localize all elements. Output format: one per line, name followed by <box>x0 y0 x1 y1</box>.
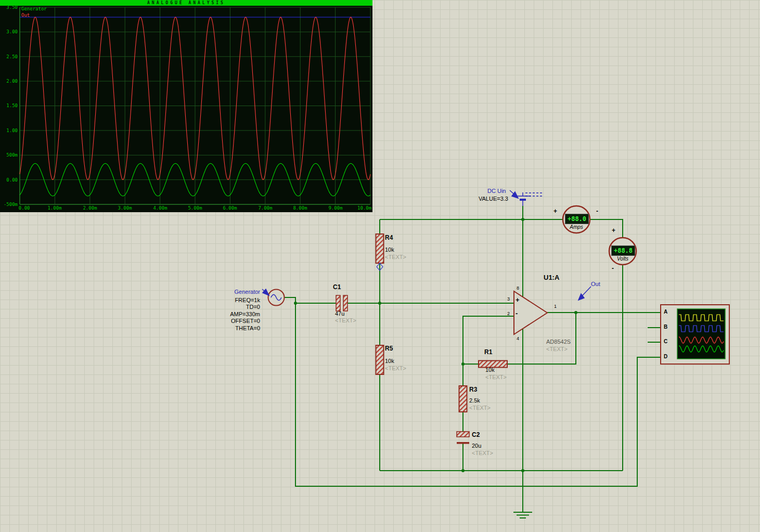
y-tick: 1.00 <box>0 128 18 133</box>
voltmeter-unit: Volts <box>611 256 634 262</box>
r3-ref[interactable]: R3 <box>469 386 477 393</box>
x-tick: 6.00m <box>223 205 237 211</box>
y-tick: 0.00 <box>0 177 18 183</box>
c2-ref[interactable]: C2 <box>472 432 480 438</box>
r4-text[interactable]: <TEXT> <box>385 254 406 260</box>
legend-generator: Generator <box>21 6 47 12</box>
trace <box>679 346 724 352</box>
junction <box>294 302 297 305</box>
x-tick: 0.00 <box>19 205 30 211</box>
graph-titlebar[interactable]: ANALOGUE ANALYSIS <box>0 0 372 6</box>
x-tick: 4.00m <box>153 205 167 211</box>
voltmeter-display: +88.8 <box>611 245 635 256</box>
r3-text[interactable]: <TEXT> <box>469 405 491 411</box>
scope-channel-d: D <box>664 354 667 359</box>
r4-value[interactable]: 10k <box>385 246 394 253</box>
opamp-pin8: 8 <box>517 285 519 291</box>
trace <box>679 315 724 321</box>
opamp-ref[interactable]: U1:A <box>544 275 559 281</box>
generator-prop[interactable]: AMP=330m <box>198 311 260 317</box>
c2-value[interactable]: 20u <box>472 443 481 449</box>
ammeter-display: +88.0 <box>565 214 589 224</box>
resistor-r5[interactable] <box>376 345 384 374</box>
opamp-pin1: 1 <box>554 303 557 309</box>
wire-feedback[interactable] <box>463 313 661 471</box>
scope-channel-c: C <box>664 339 667 344</box>
y-tick: 2.00 <box>0 79 18 84</box>
x-tick: 5.00m <box>188 205 202 211</box>
legend-out: Out <box>21 12 30 18</box>
trace <box>679 326 724 332</box>
junction <box>521 469 524 472</box>
dc-uin-value[interactable]: VALUE=3.3 <box>479 196 508 202</box>
voltmeter-plus: + <box>612 227 615 233</box>
opamp-pin4: 4 <box>517 335 519 342</box>
ground-symbol[interactable] <box>513 512 532 518</box>
y-tick: 1.50 <box>0 103 18 108</box>
resistor-r4[interactable] <box>376 234 384 263</box>
junction <box>461 362 465 366</box>
capacitor-c1[interactable] <box>336 295 347 311</box>
analysis-plot <box>0 0 372 212</box>
junction <box>378 302 381 305</box>
generator-label[interactable]: Generator <box>198 289 260 295</box>
battery-dc-uin[interactable] <box>515 192 542 206</box>
x-tick: 7.00m <box>258 205 272 211</box>
opamp-text[interactable]: <TEXT> <box>546 346 568 352</box>
out-net-label[interactable]: Out <box>591 281 600 287</box>
r5-text[interactable]: <TEXT> <box>385 365 406 371</box>
junction <box>521 218 524 221</box>
r1-ref[interactable]: R1 <box>484 349 492 355</box>
x-tick: 10.0m <box>357 205 371 211</box>
c1-ref[interactable]: C1 <box>333 284 341 290</box>
ammeter-unit: Amps <box>565 224 588 230</box>
opamp-plus-sign: + <box>516 297 520 303</box>
r5-ref[interactable]: R5 <box>385 345 393 352</box>
wire-power-rails[interactable] <box>380 206 623 512</box>
r4-ref[interactable]: R4 <box>385 235 393 241</box>
schematic-canvas[interactable]: Generator FREQ=1k TD=0 AMP=330m OFFSET=0… <box>0 0 760 532</box>
voltmeter-minus: - <box>612 265 614 271</box>
c1-text[interactable]: <TEXT> <box>335 317 356 323</box>
scope-channel-b: B <box>664 324 667 330</box>
x-tick: 8.00m <box>293 205 307 211</box>
r5-value[interactable]: 10k <box>385 358 394 364</box>
generator-source[interactable] <box>268 290 285 306</box>
capacitor-c2[interactable] <box>457 432 469 444</box>
analogue-analysis-window[interactable]: ANALOGUE ANALYSIS Generator Out 3.50 3.0… <box>0 0 372 212</box>
generator-prop[interactable]: FREQ=1k <box>198 297 260 303</box>
opamp-pin2: 2 <box>507 310 510 317</box>
scope-channel-a: A <box>664 309 667 315</box>
x-tick: 3.00m <box>118 205 132 211</box>
junction <box>461 469 465 472</box>
wires[interactable] <box>285 206 661 512</box>
c2-text[interactable]: <TEXT> <box>472 450 493 456</box>
r1-value[interactable]: 10k <box>485 367 495 373</box>
x-tick: 2.00m <box>83 205 97 211</box>
generator-prop[interactable]: OFFSET=0 <box>198 318 260 324</box>
resistor-r3[interactable] <box>459 386 467 412</box>
r1-text[interactable]: <TEXT> <box>485 374 507 380</box>
y-tick: 500m <box>0 152 18 158</box>
out-pointer-icon <box>582 287 591 296</box>
opamp-minus-sign: - <box>516 310 518 317</box>
y-tick: 3.00 <box>0 29 18 34</box>
opamp-part[interactable]: AD8542S <box>546 339 571 345</box>
junction-dots <box>294 218 577 472</box>
x-tick: 9.00m <box>328 205 342 211</box>
y-tick: 3.50 <box>0 5 18 10</box>
junction <box>574 311 577 314</box>
x-tick: 1.00m <box>47 205 61 211</box>
ammeter-minus: - <box>596 208 598 214</box>
dc-uin-label[interactable]: DC Uin <box>487 188 506 194</box>
opamp-pin3: 3 <box>507 296 510 302</box>
generator-prop[interactable]: THETA=0 <box>198 325 260 331</box>
oscilloscope-screen-traces <box>677 309 725 359</box>
y-tick: -500m <box>0 202 18 207</box>
c1-value[interactable]: 47u <box>335 310 344 317</box>
ammeter-plus: + <box>553 208 557 214</box>
generator-prop[interactable]: TD=0 <box>198 304 260 310</box>
y-tick: 2.50 <box>0 54 18 59</box>
r3-value[interactable]: 2.5k <box>469 397 480 404</box>
trace <box>679 337 724 343</box>
